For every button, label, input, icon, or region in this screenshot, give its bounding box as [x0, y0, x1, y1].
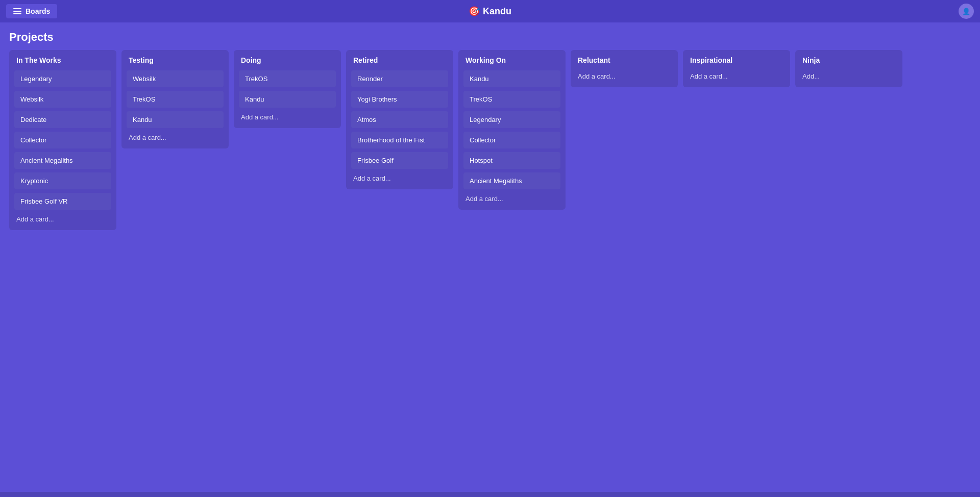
card[interactable]: Legendary: [14, 70, 111, 87]
add-card-inspirational[interactable]: Add a card...: [688, 70, 785, 82]
card[interactable]: Kandu: [239, 91, 336, 108]
add-card-working-on[interactable]: Add a card...: [463, 193, 560, 205]
card[interactable]: Websilk: [127, 70, 224, 87]
column-retired: RetiredRennderYogi BrothersAtmosBrotherh…: [346, 50, 453, 189]
column-title-in-the-works: In The Works: [14, 55, 111, 65]
card[interactable]: Websilk: [14, 91, 111, 108]
add-card-reluctant[interactable]: Add a card...: [576, 70, 673, 82]
card[interactable]: Frisbee Golf: [351, 152, 448, 169]
column-title-working-on: Working On: [463, 55, 560, 65]
card[interactable]: Hotspot: [463, 152, 560, 169]
card[interactable]: TrekOS: [127, 91, 224, 108]
card[interactable]: Collector: [14, 132, 111, 148]
card[interactable]: Frisbee Golf VR: [14, 193, 111, 210]
add-card-retired[interactable]: Add a card...: [351, 172, 448, 184]
board-container: In The WorksLegendaryWebsilkDedicateColl…: [0, 50, 980, 239]
boards-label: Boards: [26, 7, 50, 15]
add-card-ninja[interactable]: Add...: [800, 70, 897, 82]
column-working-on: Working OnKanduTrekOSLegendaryCollectorH…: [458, 50, 566, 210]
column-title-reluctant: Reluctant: [576, 55, 673, 65]
column-title-doing: Doing: [239, 55, 336, 65]
column-reluctant: ReluctantAdd a card...: [571, 50, 678, 87]
app-logo: 🎯 Kandu: [469, 6, 511, 17]
column-title-ninja: Ninja: [800, 55, 897, 65]
column-doing: DoingTrekOSKanduAdd a card...: [234, 50, 341, 128]
column-ninja: NinjaAdd...: [795, 50, 902, 87]
card[interactable]: Legendary: [463, 111, 560, 128]
card[interactable]: Yogi Brothers: [351, 91, 448, 108]
add-card-testing[interactable]: Add a card...: [127, 132, 224, 143]
column-in-the-works: In The WorksLegendaryWebsilkDedicateColl…: [9, 50, 116, 230]
logo-icon: 🎯: [469, 6, 480, 17]
card[interactable]: Brotherhood of the Fist: [351, 132, 448, 148]
card[interactable]: Kandu: [127, 111, 224, 128]
column-title-inspirational: Inspirational: [688, 55, 785, 65]
boards-button[interactable]: Boards: [6, 4, 57, 18]
column-testing: TestingWebsilkTrekOSKanduAdd a card...: [121, 50, 229, 148]
column-inspirational: InspirationalAdd a card...: [683, 50, 790, 87]
card[interactable]: Rennder: [351, 70, 448, 87]
column-title-testing: Testing: [127, 55, 224, 65]
bottom-scrollbar[interactable]: [0, 492, 980, 497]
add-card-in-the-works[interactable]: Add a card...: [14, 213, 111, 225]
topbar: Boards 🎯 Kandu 👤: [0, 0, 980, 22]
column-title-retired: Retired: [351, 55, 448, 65]
card[interactable]: Dedicate: [14, 111, 111, 128]
card[interactable]: Kryptonic: [14, 172, 111, 189]
add-card-doing[interactable]: Add a card...: [239, 111, 336, 123]
hamburger-icon: [13, 8, 21, 14]
card[interactable]: Collector: [463, 132, 560, 148]
page-title: Projects: [0, 22, 980, 50]
card[interactable]: Atmos: [351, 111, 448, 128]
logo-text: Kandu: [483, 6, 511, 17]
card[interactable]: TrekOS: [463, 91, 560, 108]
avatar[interactable]: 👤: [959, 4, 974, 19]
card[interactable]: Kandu: [463, 70, 560, 87]
card[interactable]: Ancient Megaliths: [14, 152, 111, 169]
card[interactable]: TrekOS: [239, 70, 336, 87]
card[interactable]: Ancient Megaliths: [463, 172, 560, 189]
